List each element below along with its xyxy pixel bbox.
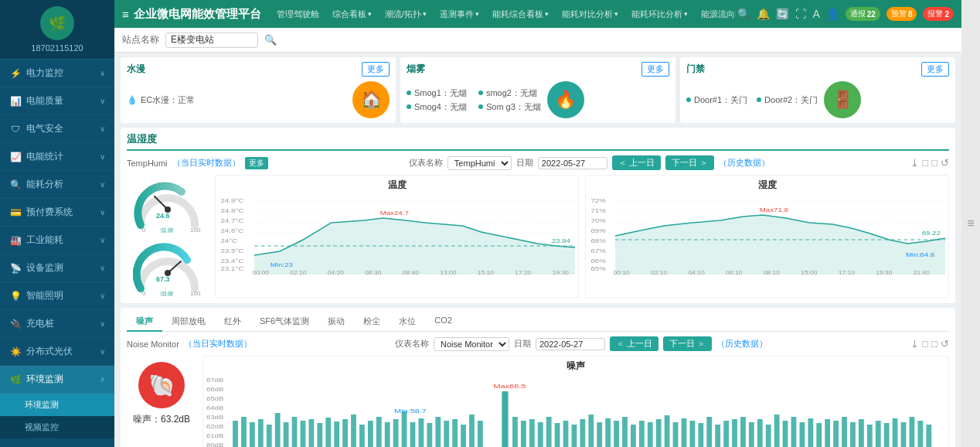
temp-more-tag[interactable]: 更多 bbox=[245, 157, 268, 169]
svg-rect-113 bbox=[538, 422, 543, 447]
right-panel[interactable]: ≡ bbox=[961, 0, 980, 447]
svg-text:67.3: 67.3 bbox=[156, 275, 170, 283]
tab-water-level[interactable]: 水位 bbox=[390, 312, 425, 332]
svg-text:08:10: 08:10 bbox=[764, 270, 781, 275]
station-search-icon[interactable]: 🔍 bbox=[264, 34, 277, 46]
nav-arrow: ▾ bbox=[475, 10, 479, 18]
stats-icon: 📈 bbox=[9, 151, 22, 163]
svg-rect-126 bbox=[648, 422, 653, 447]
nav-item-dashboard[interactable]: 管理驾驶舱 bbox=[271, 5, 325, 23]
copy-icon[interactable]: □ bbox=[922, 157, 928, 169]
tab-sf6[interactable]: SF6气体监测 bbox=[250, 312, 318, 332]
bell-icon[interactable]: 🔔 bbox=[757, 8, 770, 20]
noise-download-icon[interactable]: ⤓ bbox=[910, 338, 919, 350]
noise-expand-icon[interactable]: □ bbox=[931, 338, 937, 350]
tab-infrared[interactable]: 红外 bbox=[215, 312, 250, 332]
fullscreen-icon[interactable]: ⛶ bbox=[795, 8, 806, 20]
sidebar-item-lighting[interactable]: 💡 智能照明 ∨ bbox=[0, 282, 114, 310]
status-cards: 水漫 更多 💧 EC水漫：正常 🏠 bbox=[121, 57, 955, 123]
charger-icon: 🔌 bbox=[9, 318, 22, 330]
svg-text:04:20: 04:20 bbox=[328, 270, 345, 275]
sidebar-item-label: 分布式光伏 bbox=[26, 345, 100, 358]
user-icon[interactable]: 👤 bbox=[826, 8, 839, 20]
svg-text:0: 0 bbox=[142, 290, 146, 296]
station-input[interactable] bbox=[165, 32, 258, 48]
tab-vibration[interactable]: 振动 bbox=[318, 312, 354, 332]
sidebar-subitem-video[interactable]: 视频监控 bbox=[0, 416, 114, 438]
sidebar-item-quality[interactable]: 📊 电能质量 ∨ bbox=[0, 87, 114, 115]
noise-refresh-icon[interactable]: ↺ bbox=[941, 338, 949, 350]
svg-text:72%: 72% bbox=[590, 197, 606, 204]
search-icon[interactable]: 🔍 bbox=[737, 8, 750, 20]
sidebar-item-charger[interactable]: 🔌 充电桩 ∨ bbox=[0, 310, 114, 338]
font-icon[interactable]: A bbox=[812, 8, 819, 20]
svg-text:Min:64.8: Min:64.8 bbox=[906, 251, 934, 258]
nav-item-flow[interactable]: 潮流/拓扑 ▾ bbox=[379, 5, 433, 23]
download-icon[interactable]: ⤓ bbox=[910, 157, 919, 169]
noise-meter-select[interactable]: Noise Monitor bbox=[434, 337, 509, 351]
env-submenu: 环境监测 视频监控 bbox=[0, 394, 114, 438]
tab-co2[interactable]: CO2 bbox=[425, 312, 461, 332]
door-more-btn[interactable]: 更多 bbox=[921, 62, 949, 77]
nav-item-compare[interactable]: 能耗对比分析 ▾ bbox=[556, 5, 624, 23]
noise-next-btn[interactable]: 下一日 ＞ bbox=[663, 336, 712, 351]
door-card-title: 门禁 bbox=[686, 63, 705, 76]
sidebar-item-archive[interactable]: 📁 设备档案 ∨ bbox=[0, 438, 114, 447]
sidebar-item-power[interactable]: ⚡ 电力监控 ∨ bbox=[0, 60, 114, 87]
sidebar-subitem-env-monitor[interactable]: 环境监测 bbox=[0, 394, 114, 416]
svg-text:23.4°C: 23.4°C bbox=[220, 258, 243, 264]
svg-rect-102 bbox=[435, 417, 441, 447]
sidebar-item-industry[interactable]: 🏭 工业能耗 ∨ bbox=[0, 227, 114, 254]
svg-text:23.94: 23.94 bbox=[552, 237, 570, 244]
tab-noise[interactable]: 噪声 bbox=[127, 312, 162, 332]
chevron-icon: ∨ bbox=[100, 292, 105, 300]
svg-text:Max24.7: Max24.7 bbox=[380, 210, 409, 217]
date-input[interactable] bbox=[538, 157, 607, 169]
svg-text:17:20: 17:20 bbox=[515, 270, 532, 275]
tab-dust[interactable]: 粉尘 bbox=[354, 312, 390, 332]
noise-hist-link[interactable]: （历史数据） bbox=[716, 338, 767, 350]
temp-section-title: 温湿度 bbox=[127, 132, 157, 146]
sidebar-item-device[interactable]: 📡 设备监测 ∨ bbox=[0, 254, 114, 282]
svg-rect-157 bbox=[910, 417, 915, 447]
refresh-chart-icon[interactable]: ↺ bbox=[941, 157, 949, 169]
next-day-btn[interactable]: 下一日 ＞ bbox=[665, 155, 714, 170]
meter-select[interactable]: TempHumi bbox=[447, 156, 512, 170]
normal-badge[interactable]: 通报 22 bbox=[846, 7, 880, 21]
noise-prev-btn[interactable]: ＜ 上一日 bbox=[610, 336, 658, 351]
sidebar-item-prepay[interactable]: 💳 预付费系统 ∨ bbox=[0, 199, 114, 227]
nav-item-overview[interactable]: 综合看板 ▾ bbox=[326, 5, 378, 23]
svg-text:24.6°C: 24.6°C bbox=[220, 227, 243, 234]
date-label: 日期 bbox=[516, 157, 533, 169]
sidebar-item-solar[interactable]: ☀️ 分布式光伏 ∨ bbox=[0, 338, 114, 366]
sidebar-item-safety[interactable]: 🛡 电气安全 ∨ bbox=[0, 115, 114, 143]
svg-rect-80 bbox=[250, 422, 255, 447]
smoke-more-btn[interactable]: 更多 bbox=[641, 62, 669, 77]
hist-link[interactable]: （历史数据） bbox=[719, 157, 770, 169]
sidebar-item-label: 充电桩 bbox=[26, 317, 100, 330]
svg-rect-111 bbox=[521, 421, 526, 447]
noise-gauge-area: 🐚 噪声：63.2dB bbox=[127, 356, 196, 432]
prev-day-btn[interactable]: ＜ 上一日 bbox=[612, 155, 661, 170]
svg-text:0: 0 bbox=[142, 227, 146, 233]
sidebar-item-env[interactable]: 🌿 环境监测 ∧ bbox=[0, 366, 114, 394]
alarm-badge[interactable]: 报警 2 bbox=[923, 7, 954, 21]
sidebar-item-stats[interactable]: 📈 电能统计 ∨ bbox=[0, 143, 114, 171]
refresh-icon[interactable]: 🔄 bbox=[776, 8, 789, 20]
nav-item-event[interactable]: 遥测事件 ▾ bbox=[434, 5, 485, 23]
noise-copy-icon[interactable]: □ bbox=[922, 338, 928, 350]
svg-rect-132 bbox=[698, 423, 703, 447]
expand-icon[interactable]: □ bbox=[931, 157, 937, 169]
sidebar-item-analysis[interactable]: 🔍 能耗分析 ∨ bbox=[0, 171, 114, 199]
nav-item-flow-map[interactable]: 能源流向图 ▾ bbox=[695, 5, 737, 23]
hamburger-icon[interactable]: ≡ bbox=[122, 8, 129, 21]
tab-discharge[interactable]: 周部放电 bbox=[162, 312, 215, 332]
noise-date-input[interactable] bbox=[536, 338, 605, 350]
warning-badge[interactable]: 预警 8 bbox=[886, 7, 917, 21]
svg-rect-106 bbox=[469, 415, 475, 447]
svg-rect-152 bbox=[867, 425, 873, 447]
env-icon: 🌿 bbox=[9, 374, 22, 386]
water-more-btn[interactable]: 更多 bbox=[362, 62, 390, 77]
nav-item-ratio[interactable]: 能耗环比分析 ▾ bbox=[625, 5, 694, 23]
nav-item-energy-board[interactable]: 能耗综合看板 ▾ bbox=[486, 5, 555, 23]
